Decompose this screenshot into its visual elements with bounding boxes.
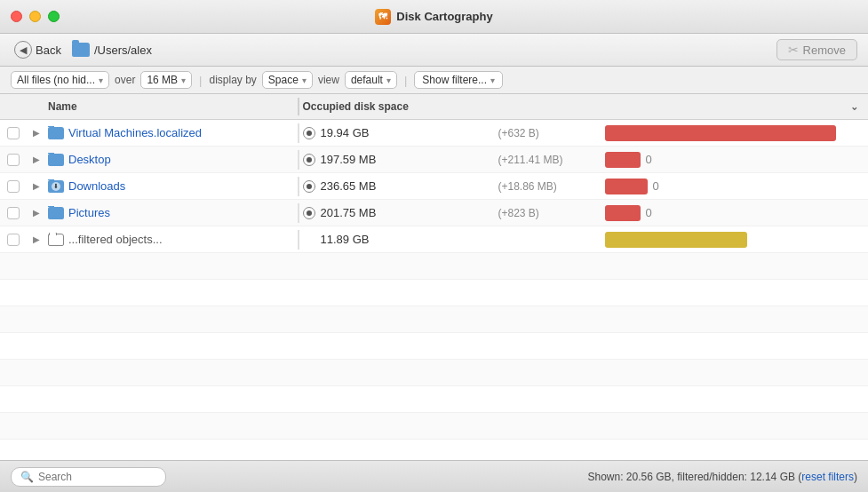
row-expand-3[interactable]: ▶ <box>27 181 46 191</box>
reset-filters-link[interactable]: reset filters <box>801 471 854 483</box>
close-button[interactable] <box>11 11 22 22</box>
row-name-5: ...filtered objects... <box>46 233 294 246</box>
row-bar-1 <box>605 125 851 141</box>
table-row[interactable]: ▶ Pictures 201.75 MB (+823 B) 0 <box>0 200 868 226</box>
bar-fill-4 <box>605 205 641 221</box>
back-icon: ◀ <box>14 41 32 59</box>
header-sep <box>298 98 299 115</box>
display-select[interactable]: Space ▾ <box>262 71 313 89</box>
row-bar-2: 0 <box>605 152 851 168</box>
row-checkbox-4[interactable] <box>0 207 27 219</box>
files-filter-label: All files (no hid... <box>17 74 95 86</box>
path-text: /Users/alex <box>94 44 152 57</box>
row-change-2: (+211.41 MB) <box>498 154 605 166</box>
radio-4[interactable] <box>303 207 315 219</box>
maximize-button[interactable] <box>48 11 60 22</box>
row-space-2: 197.59 MB <box>303 153 498 166</box>
row-name-3: ⬇ Downloads <box>46 179 294 193</box>
bar-zero-4: 0 <box>646 206 652 219</box>
back-button[interactable]: ◀ Back <box>11 39 65 60</box>
app-title: Disk Cartography <box>396 10 492 23</box>
folder-icon-2 <box>48 154 64 166</box>
table-row[interactable]: ▶ Desktop 197.59 MB (+211.41 MB) 0 <box>0 147 868 173</box>
radio-3[interactable] <box>303 180 315 193</box>
row-change-4: (+823 B) <box>498 207 605 219</box>
minimize-button[interactable] <box>29 11 41 22</box>
row-bar-3: 0 <box>605 179 851 194</box>
row-change-1: (+632 B) <box>498 127 605 139</box>
empty-row <box>0 280 868 306</box>
empty-row <box>0 413 868 440</box>
row-sep-5 <box>298 230 299 250</box>
checkbox-5[interactable] <box>7 234 20 246</box>
empty-row <box>0 306 868 333</box>
status-text: Shown: 20.56 GB, filtered/hidden: 12.14 … <box>175 471 857 483</box>
bar-fill-3 <box>605 179 648 194</box>
toolbar: ◀ Back /Users/alex ✂ Remove <box>0 34 868 67</box>
size-value: 16 MB <box>147 74 178 86</box>
path-folder-icon <box>72 43 90 57</box>
app-title-group: 🗺 Disk Cartography <box>375 9 492 25</box>
table-row[interactable]: ▶ ⬇ Downloads 236.65 MB (+18.86 MB) 0 <box>0 173 868 200</box>
search-input[interactable] <box>38 471 145 483</box>
status-shown: Shown: 20.56 GB, filtered/hidden: 12.14 … <box>587 471 801 483</box>
remove-button[interactable]: ✂ Remove <box>776 39 857 60</box>
radio-1[interactable] <box>303 127 315 139</box>
app-icon: 🗺 <box>375 9 391 25</box>
show-filtered-arrow: ▾ <box>490 75 495 85</box>
size-label: over <box>115 74 135 86</box>
view-label: view <box>318 74 339 86</box>
filterbar: All files (no hid... ▾ over 16 MB ▾ | di… <box>0 67 868 94</box>
folder-icon-1 <box>48 127 64 139</box>
view-select[interactable]: default ▾ <box>345 71 397 89</box>
row-space-3: 236.65 MB <box>303 179 498 193</box>
window-controls <box>11 11 60 22</box>
radio-2[interactable] <box>303 154 315 166</box>
row-expand-5[interactable]: ▶ <box>27 234 46 244</box>
folder-icon-4 <box>48 207 64 219</box>
display-arrow: ▾ <box>302 75 307 85</box>
show-filtered-button[interactable]: Show filtere... ▾ <box>414 71 503 89</box>
row-sep-3 <box>298 177 299 196</box>
back-label: Back <box>36 44 61 57</box>
search-box[interactable]: 🔍 <box>11 467 166 487</box>
table-row[interactable]: ▶ ...filtered objects... 11.89 GB <box>0 226 868 253</box>
bar-fill-1 <box>605 125 836 141</box>
row-sep-4 <box>298 203 299 223</box>
empty-row <box>0 440 868 460</box>
checkbox-1[interactable] <box>7 127 20 139</box>
gear-overlay: ⬇ <box>52 182 60 191</box>
folder-icon-5 <box>48 234 64 246</box>
show-filtered-label: Show filtere... <box>422 74 487 86</box>
row-expand-1[interactable]: ▶ <box>27 128 46 138</box>
row-checkbox-1[interactable] <box>0 127 27 139</box>
table-row[interactable]: ▶ Virtual Machines.localized 19.94 GB (+… <box>0 120 868 147</box>
row-bar-5 <box>605 232 851 248</box>
row-checkbox-3[interactable] <box>0 180 27 193</box>
empty-row <box>0 386 868 413</box>
header-name: Name <box>46 100 294 113</box>
row-checkbox-2[interactable] <box>0 154 27 166</box>
checkbox-2[interactable] <box>7 154 20 166</box>
folder-icon-3: ⬇ <box>48 180 64 193</box>
table-body: ▶ Virtual Machines.localized 19.94 GB (+… <box>0 120 868 460</box>
empty-row <box>0 253 868 280</box>
checkbox-4[interactable] <box>7 207 20 219</box>
row-name-4: Pictures <box>46 206 294 219</box>
row-expand-2[interactable]: ▶ <box>27 155 46 164</box>
empty-row <box>0 333 868 360</box>
size-arrow: ▾ <box>181 75 186 85</box>
row-name-1: Virtual Machines.localized <box>46 126 294 139</box>
display-label: display by <box>209 74 256 86</box>
status-suffix: ) <box>854 471 857 483</box>
files-filter-arrow: ▾ <box>99 75 103 85</box>
checkbox-3[interactable] <box>7 180 20 193</box>
files-filter-select[interactable]: All files (no hid... ▾ <box>11 71 109 89</box>
row-checkbox-5[interactable] <box>0 234 27 246</box>
table-container: Name Occupied disk space ⌄ ▶ Virtual Mac… <box>0 94 868 460</box>
row-change-3: (+18.86 MB) <box>498 180 605 193</box>
sep2: | <box>404 74 407 87</box>
size-select[interactable]: 16 MB ▾ <box>140 71 192 89</box>
row-name-2: Desktop <box>46 153 294 166</box>
row-expand-4[interactable]: ▶ <box>27 208 46 218</box>
